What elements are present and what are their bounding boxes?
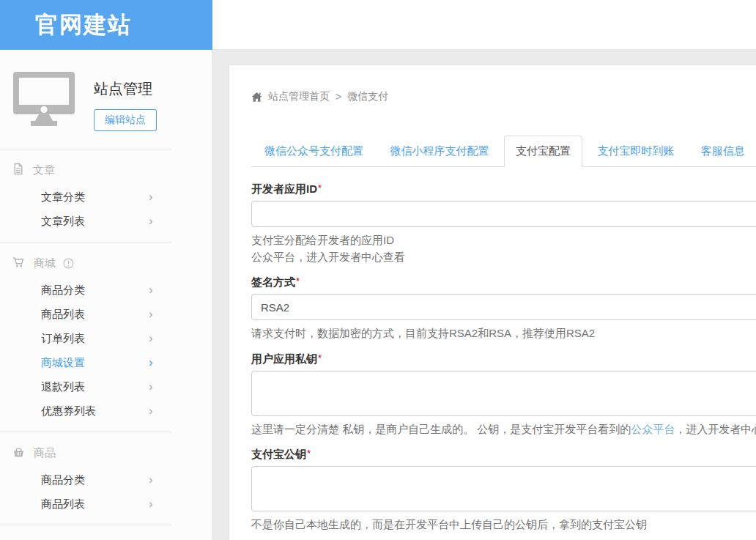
app-logo: 官网建站 (35, 10, 132, 40)
chevron-right-icon: › (149, 278, 153, 302)
sidebar-item-label: 文章列表 (41, 215, 85, 227)
section-head-official-account: 公众号管理 (0, 531, 212, 540)
section-title-products: 商品 (34, 446, 56, 460)
field-label: 支付宝公钥 (251, 448, 306, 462)
sign-type-input[interactable] (251, 294, 756, 320)
section-head-products: 商品 (0, 438, 212, 467)
field-label: 开发者应用ID (251, 182, 317, 196)
sidebar: 站点管理 编辑站点 文章 文章分类 › 文章列表 › (0, 50, 212, 540)
main-area: 站点管理首页 > 微信支付 微信公众号支付配置 微信小程序支付配置 支付宝配置 … (212, 50, 756, 540)
content-card: 站点管理首页 > 微信支付 微信公众号支付配置 微信小程序支付配置 支付宝配置 … (229, 64, 756, 540)
tab-alipay-config[interactable]: 支付宝配置 (504, 136, 582, 167)
chevron-right-icon: › (149, 350, 153, 374)
section-title-mall: 商城 (34, 256, 56, 270)
notice-icon (63, 258, 74, 269)
field-help: 支付宝分配给开发者的应用ID 公众平台，进入开发者中心查看 (251, 232, 756, 265)
tab-customer-service[interactable]: 客服信息 (689, 136, 756, 167)
field-sign-type: 签名方式* 请求支付时，数据加密的方式，目前支持RSA2和RSA，推荐使用RSA… (251, 275, 756, 342)
sidebar-item-product-list[interactable]: 商品列表 › (0, 492, 212, 516)
sidebar-item-article-category[interactable]: 文章分类 › (0, 185, 212, 209)
sidebar-section-articles: 文章 文章分类 › 文章列表 › (0, 149, 212, 242)
tab-bar: 微信公众号支付配置 微信小程序支付配置 支付宝配置 支付宝即时到账 客服信息 (251, 136, 756, 167)
sidebar-item-label: 文章分类 (41, 191, 85, 203)
private-key-textarea[interactable] (251, 371, 756, 416)
required-mark: * (318, 182, 322, 193)
chevron-right-icon: › (149, 185, 153, 209)
required-mark: * (307, 448, 311, 459)
tab-wechat-miniprogram-pay[interactable]: 微信小程序支付配置 (378, 136, 500, 167)
sidebar-item-label: 商城设置 (41, 356, 85, 369)
help-line: 这里请一定分清楚 私钥，是商户自己生成的。 公钥，是支付宝开发平台看到的 (251, 423, 631, 435)
breadcrumb-separator: > (336, 91, 341, 103)
monitor-icon (13, 72, 75, 129)
required-mark: * (296, 275, 300, 286)
chevron-right-icon: › (149, 492, 153, 516)
sidebar-item-coupon-list[interactable]: 优惠券列表 › (0, 399, 212, 423)
field-help: 这里请一定分清楚 私钥，是商户自己生成的。 公钥，是支付宝开发平台看到的公众平台… (251, 421, 756, 438)
sidebar-item-label: 订单列表 (41, 332, 85, 344)
section-title-articles: 文章 (33, 163, 55, 177)
brand-header: 官网建站 (0, 0, 212, 50)
field-label: 签名方式 (251, 275, 295, 289)
cart-icon (12, 256, 25, 270)
edit-site-button[interactable]: 编辑站点 (94, 109, 157, 131)
site-manage-title: 站点管理 (94, 79, 157, 99)
alipay-public-key-textarea[interactable] (251, 466, 756, 511)
help-line: 支付宝分配给开发者的应用ID (251, 232, 756, 249)
sidebar-item-goods-list[interactable]: 商品列表 › (0, 302, 212, 326)
chevron-right-icon: › (149, 209, 153, 233)
help-line: 公众平台，进入开发者中心查看 (251, 249, 756, 266)
sidebar-item-article-list[interactable]: 文章列表 › (0, 209, 212, 233)
help-public-platform-link[interactable]: 公众平台 (631, 423, 675, 435)
site-profile: 站点管理 编辑站点 (0, 50, 212, 149)
field-help: 不是你自己本地生成的，而是在开发平台中上传自己的公钥后，拿到的支付宝公钥 (251, 517, 756, 533)
topbar (212, 0, 756, 50)
chevron-right-icon: › (149, 302, 153, 326)
tab-alipay-instant[interactable]: 支付宝即时到账 (585, 136, 686, 167)
breadcrumb-current: 微信支付 (347, 90, 388, 103)
field-label: 用户应用私钥 (251, 352, 317, 366)
home-icon (251, 92, 262, 103)
tab-wechat-official-pay[interactable]: 微信公众号支付配置 (253, 136, 375, 167)
sidebar-item-label: 商品分类 (41, 473, 85, 486)
sidebar-item-order-list[interactable]: 订单列表 › (0, 326, 212, 350)
chevron-right-icon: › (149, 399, 153, 423)
field-alipay-public-key: 支付宝公钥* 不是你自己本地生成的，而是在开发平台中上传自己的公钥后，拿到的支付… (251, 448, 756, 533)
chevron-right-icon: › (149, 374, 153, 399)
field-help: 请求支付时，数据加密的方式，目前支持RSA2和RSA，推荐使用RSA2 (251, 325, 756, 342)
alipay-config-form: 开发者应用ID* 支付宝分配给开发者的应用ID 公众平台，进入开发者中心查看 签… (251, 182, 756, 540)
help-line: ，进入开发者中心重置 (675, 423, 756, 435)
breadcrumb-home-link[interactable]: 站点管理首页 (268, 90, 330, 103)
article-icon (12, 163, 24, 177)
sidebar-item-refund-list[interactable]: 退款列表 › (0, 374, 212, 399)
sidebar-item-label: 优惠券列表 (41, 404, 96, 417)
field-private-key: 用户应用私钥* 这里请一定分清楚 私钥，是商户自己生成的。 公钥，是支付宝开发平… (251, 352, 756, 438)
sidebar-section-mall: 商城 商品分类 › 商品列表 › 订单列表 › 商城设置 › (0, 243, 212, 432)
sidebar-item-product-category[interactable]: 商品分类 › (0, 467, 212, 492)
sidebar-section-official-account: 公众号管理 (0, 525, 212, 540)
field-app-id: 开发者应用ID* 支付宝分配给开发者的应用ID 公众平台，进入开发者中心查看 (251, 182, 756, 265)
help-line: 不是你自己本地生成的，而是在开发平台中上传自己的公钥后，拿到的支付宝公钥 (251, 517, 756, 533)
chevron-right-icon: › (149, 467, 153, 492)
required-mark: * (318, 352, 322, 363)
section-head-articles: 文章 (0, 155, 212, 185)
sidebar-item-goods-category[interactable]: 商品分类 › (0, 278, 212, 302)
sidebar-item-label: 商品列表 (41, 498, 85, 510)
section-head-mall: 商城 (0, 248, 212, 278)
basket-icon (12, 446, 25, 460)
sidebar-section-products: 商品 商品分类 › 商品列表 › (0, 432, 212, 525)
breadcrumb: 站点管理首页 > 微信支付 (251, 90, 756, 103)
sidebar-item-label: 商品列表 (41, 308, 85, 320)
help-line: 请求支付时，数据加密的方式，目前支持RSA2和RSA，推荐使用RSA2 (251, 325, 756, 342)
chevron-right-icon: › (149, 326, 153, 350)
sidebar-item-label: 退款列表 (41, 380, 85, 393)
app-id-input[interactable] (251, 201, 756, 227)
sidebar-item-label: 商品分类 (41, 284, 85, 296)
sidebar-item-mall-settings[interactable]: 商城设置 › (0, 350, 212, 374)
